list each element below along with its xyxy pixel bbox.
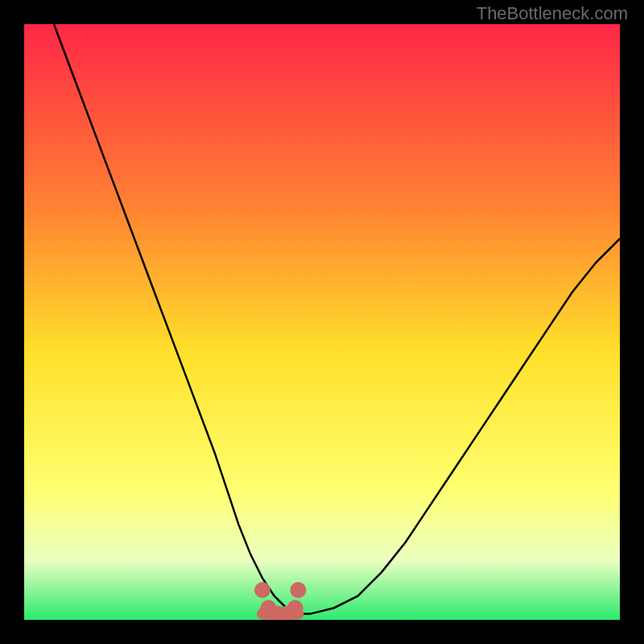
chart-frame <box>24 24 620 620</box>
attribution-text: TheBottleneck.com <box>477 3 628 24</box>
optimal-marker <box>290 582 306 598</box>
bottleneck-chart <box>24 24 620 620</box>
optimal-marker <box>254 582 270 598</box>
optimal-marker <box>287 600 303 616</box>
gradient-background <box>24 24 620 620</box>
